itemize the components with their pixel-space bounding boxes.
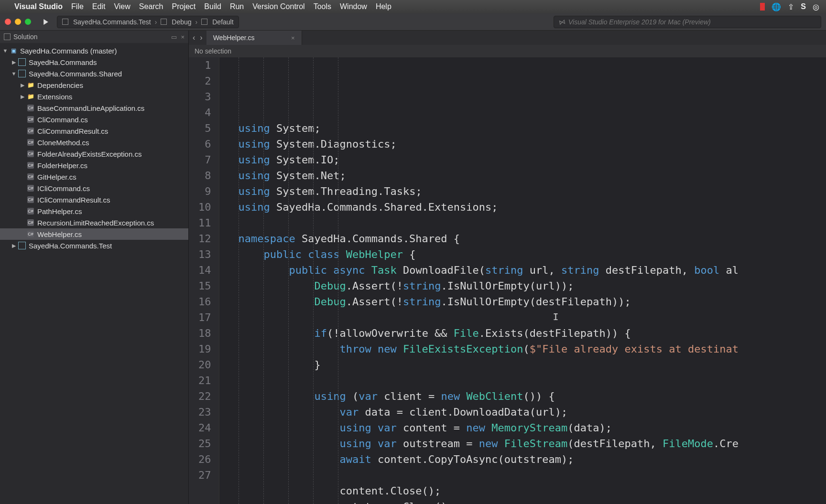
line-gutter: 1234567891011121314151617181920212223242… bbox=[189, 57, 219, 504]
tree-item[interactable]: C#CloneMethod.cs bbox=[0, 137, 188, 148]
code-line[interactable]: namespace SayedHa.Commands.Shared { bbox=[239, 231, 739, 247]
solution-pad-header: Solution ▭ × bbox=[0, 31, 188, 43]
tree-item[interactable]: C#CliCommand.cs bbox=[0, 114, 188, 125]
code-line[interactable]: await content.CopyToAsync(outstream); bbox=[239, 451, 739, 467]
menu-version-control[interactable]: Version Control bbox=[252, 2, 304, 11]
search-bar[interactable]: ⋈ Visual Studio Enterprise 2019 for Mac … bbox=[554, 16, 821, 28]
tree-item[interactable]: ▶SayedHa.Commands bbox=[0, 56, 188, 68]
code-line[interactable]: using SayedHa.Commands.Shared.Extensions… bbox=[239, 199, 739, 215]
tree-item[interactable]: C#ICliCommand.cs bbox=[0, 182, 188, 194]
tray-dropbox-icon[interactable]: ⇪ bbox=[788, 2, 794, 11]
solution-tree: ▼ ▣ SayedHa.Commands (master) ▶SayedHa.C… bbox=[0, 43, 188, 253]
nav-forward-icon[interactable]: › bbox=[200, 33, 202, 42]
tree-item-label: FolderHelper.cs bbox=[37, 161, 87, 170]
tree-item[interactable]: C#CliCommandResult.cs bbox=[0, 125, 188, 137]
tree-item-label: SayedHa.Commands bbox=[29, 58, 97, 66]
disclosure-arrow-icon[interactable]: ▶ bbox=[11, 59, 17, 65]
breadcrumb[interactable]: No selection bbox=[189, 45, 826, 57]
tree-item[interactable]: C#FolderHelper.cs bbox=[0, 160, 188, 171]
code-line[interactable]: outstream.Close(); bbox=[239, 499, 739, 504]
pad-close-icon[interactable]: × bbox=[181, 33, 185, 41]
tree-item[interactable]: C#FolderAlreadyExistsException.cs bbox=[0, 148, 188, 160]
tray-s-icon[interactable]: S bbox=[801, 2, 806, 11]
tree-item[interactable]: ▼SayedHa.Commands.Shared bbox=[0, 68, 188, 79]
tree-item-label: WebHelper.cs bbox=[37, 230, 82, 238]
code-line[interactable]: if(!allowOverwrite && File.Exists(destFi… bbox=[239, 325, 739, 341]
menu-build[interactable]: Build bbox=[204, 2, 221, 11]
code-line[interactable] bbox=[239, 215, 739, 231]
tray-cc-icon[interactable]: ◎ bbox=[813, 2, 819, 11]
menu-window[interactable]: Window bbox=[340, 2, 367, 11]
code-editor[interactable]: 1234567891011121314151617181920212223242… bbox=[189, 57, 826, 504]
code-line[interactable]: content.Close(); bbox=[239, 483, 739, 499]
csharp-file-icon: C# bbox=[27, 196, 34, 204]
tray-indicator-icon[interactable] bbox=[760, 3, 765, 11]
tree-item-label: Dependencies bbox=[37, 81, 83, 89]
run-button[interactable] bbox=[40, 17, 52, 27]
tree-item[interactable]: ▶📁Dependencies bbox=[0, 79, 188, 91]
editor: ‹ › WebHelper.cs × No selection 12345678… bbox=[189, 31, 826, 504]
code-line[interactable]: public async Task DownloadFile(string ur… bbox=[239, 262, 739, 278]
tree-item-label: ICliCommandResult.cs bbox=[37, 196, 110, 204]
code-line[interactable] bbox=[239, 467, 739, 483]
csharp-file-icon: C# bbox=[27, 104, 34, 112]
dependencies-folder-icon: 📁 bbox=[27, 81, 34, 89]
config-project: SayedHa.Commands.Test bbox=[73, 18, 151, 26]
menu-run[interactable]: Run bbox=[230, 2, 244, 11]
tray-globe-icon[interactable]: 🌐 bbox=[772, 2, 781, 11]
project-icon bbox=[18, 242, 26, 249]
code-line[interactable]: Debug.Assert(!string.IsNullOrEmpty(url))… bbox=[239, 278, 739, 294]
pad-dock-icon[interactable]: ▭ bbox=[171, 33, 177, 41]
tree-item-label: CliCommandResult.cs bbox=[37, 127, 108, 135]
run-config-selector[interactable]: SayedHa.Commands.Test › Debug › Default bbox=[57, 16, 239, 28]
nav-back-icon[interactable]: ‹ bbox=[193, 33, 195, 42]
menu-view[interactable]: View bbox=[114, 2, 130, 11]
code-line[interactable]: using var outstream = new FileStream(des… bbox=[239, 436, 739, 451]
code-line[interactable]: Debug.Assert(!string.IsNullOrEmpty(destF… bbox=[239, 294, 739, 310]
menu-edit[interactable]: Edit bbox=[92, 2, 106, 11]
code-line[interactable]: var data = client.DownloadData(url); bbox=[239, 404, 739, 420]
project-icon bbox=[62, 19, 68, 25]
menu-search[interactable]: Search bbox=[139, 2, 163, 11]
tree-item-label: CliCommand.cs bbox=[37, 116, 88, 124]
code-line[interactable]: } bbox=[239, 357, 739, 373]
tab-close-icon[interactable]: × bbox=[291, 34, 295, 42]
close-window-button[interactable] bbox=[5, 19, 11, 25]
disclosure-arrow-icon[interactable]: ▶ bbox=[19, 82, 26, 88]
menu-file[interactable]: File bbox=[71, 2, 84, 11]
minimize-window-button[interactable] bbox=[15, 19, 21, 25]
code-line[interactable] bbox=[239, 373, 739, 388]
code-line[interactable]: using var content = new MemoryStream(dat… bbox=[239, 420, 739, 436]
tree-item[interactable]: ▶📁Extensions bbox=[0, 91, 188, 102]
code-line[interactable]: using System.Net; bbox=[239, 168, 739, 183]
tree-item[interactable]: C#PathHelper.cs bbox=[0, 205, 188, 217]
code-line[interactable]: public class WebHelper { bbox=[239, 247, 739, 262]
code-line[interactable]: using (var client = new WebClient()) { bbox=[239, 388, 739, 404]
code-line[interactable]: throw new FileExistsException($"File alr… bbox=[239, 341, 739, 357]
csharp-file-icon: C# bbox=[27, 207, 34, 215]
zoom-window-button[interactable] bbox=[25, 19, 31, 25]
tree-item[interactable]: C#WebHelper.cs bbox=[0, 228, 188, 240]
disclosure-arrow-icon[interactable]: ▶ bbox=[19, 94, 26, 100]
tab-webhelper[interactable]: WebHelper.cs × bbox=[206, 31, 302, 45]
tree-item[interactable]: ▶SayedHa.Commands.Test bbox=[0, 240, 188, 251]
menu-tools[interactable]: Tools bbox=[314, 2, 331, 11]
tree-item-label: BaseCommandLineApplication.cs bbox=[37, 104, 144, 112]
tree-item[interactable]: C#ICliCommandResult.cs bbox=[0, 194, 188, 205]
code-line[interactable]: using System.Diagnostics; bbox=[239, 136, 739, 152]
tree-item[interactable]: C#GitHelper.cs bbox=[0, 171, 188, 182]
code-text[interactable]: I using System;using System.Diagnostics;… bbox=[219, 57, 739, 504]
disclosure-arrow-icon[interactable]: ▼ bbox=[11, 71, 17, 76]
code-line[interactable] bbox=[239, 310, 739, 325]
solution-root[interactable]: ▼ ▣ SayedHa.Commands (master) bbox=[0, 45, 188, 56]
csharp-file-icon: C# bbox=[27, 116, 34, 123]
tree-item[interactable]: C#RecursionLimitReachedException.cs bbox=[0, 217, 188, 228]
disclosure-arrow-icon[interactable]: ▶ bbox=[11, 243, 17, 249]
code-line[interactable]: using System.IO; bbox=[239, 152, 739, 168]
menu-project[interactable]: Project bbox=[172, 2, 196, 11]
code-line[interactable]: using System; bbox=[239, 120, 739, 136]
tree-item[interactable]: C#BaseCommandLineApplication.cs bbox=[0, 102, 188, 114]
code-line[interactable]: using System.Threading.Tasks; bbox=[239, 183, 739, 199]
menu-help[interactable]: Help bbox=[376, 2, 391, 11]
app-name[interactable]: Visual Studio bbox=[14, 2, 63, 11]
